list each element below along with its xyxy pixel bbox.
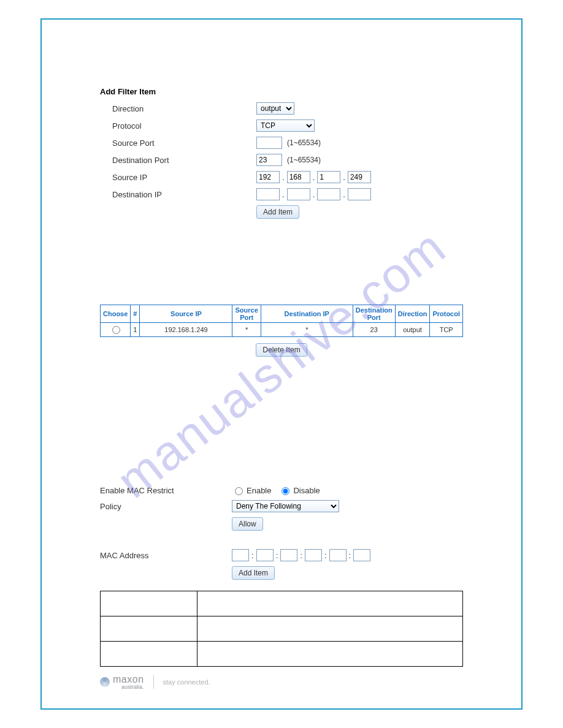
th-src-port: Source Port [232,305,261,323]
source-ip-1[interactable] [256,171,280,183]
mac-2[interactable] [256,549,274,561]
filter-section-title: Add Filter Item [100,87,463,96]
dest-ip-1[interactable] [256,188,280,200]
enable-radio-wrap[interactable]: Enable [232,485,271,495]
label-dest-ip: Destination IP [112,190,256,199]
label-dest-port: Destination Port [112,156,256,165]
brand-sub: australia. [113,684,144,690]
label-enable-mac: Enable MAC Restrict [100,486,232,495]
dest-port-input[interactable] [256,154,282,166]
protocol-select[interactable]: TCP [256,119,315,132]
label-protocol: Protocol [112,121,256,131]
allow-button[interactable]: Allow [232,517,263,531]
label-direction: Direction [112,104,256,113]
th-src-ip: Source IP [140,305,232,323]
dest-ip-3[interactable] [317,188,340,200]
mac-5[interactable] [329,549,347,561]
logo-swirl-icon [100,677,110,687]
th-dst-port: Destination Port [353,305,395,323]
dest-ip-2[interactable] [287,188,310,200]
dest-port-hint: (1~65534) [287,156,321,164]
enable-radio[interactable] [235,487,243,495]
dest-ip-4[interactable] [348,188,371,200]
policy-select[interactable]: Deny The Following [232,500,339,512]
label-policy: Policy [100,502,232,511]
label-mac-address: MAC Address [100,551,232,560]
watermark: manualshive.com [107,219,457,509]
th-dst-ip: Destination IP [261,305,353,323]
th-protocol: Protocol [430,305,463,323]
source-ip-3[interactable] [317,171,340,183]
source-ip-2[interactable] [287,171,310,183]
mac-1[interactable] [232,549,249,561]
label-source-port: Source Port [112,138,256,148]
empty-table [100,591,463,667]
source-ip-4[interactable] [348,171,371,183]
add-item-button[interactable]: Add Item [256,205,299,219]
label-source-ip: Source IP [112,173,256,182]
mac-6[interactable] [353,549,370,561]
footer-divider [153,675,154,689]
disable-radio-wrap[interactable]: Disable [278,485,320,495]
delete-item-button[interactable]: Delete Item [256,343,307,357]
direction-select[interactable]: output [256,102,294,115]
source-port-hint: (1~65534) [287,138,321,147]
footer: maxon australia. stay connected. [100,674,210,690]
disable-radio-label: Disable [293,486,320,495]
mac-3[interactable] [280,549,297,561]
footer-tagline: stay connected. [163,678,210,686]
disable-radio[interactable] [282,487,289,495]
brand-name: maxon [113,674,144,684]
enable-radio-label: Enable [247,486,271,495]
th-direction: Direction [395,305,430,323]
row-choose-radio[interactable] [112,326,120,334]
mac-add-item-button[interactable]: Add Item [232,566,275,580]
th-num: # [131,305,140,323]
th-choose: Choose [101,305,131,323]
mac-4[interactable] [305,549,322,561]
brand-logo: maxon australia. [100,674,144,690]
table-row: 1 192.168.1.249 * * 23 output TCP [101,323,463,337]
source-port-input[interactable] [256,137,282,149]
filter-table: Choose # Source IP Source Port Destinati… [100,305,463,337]
